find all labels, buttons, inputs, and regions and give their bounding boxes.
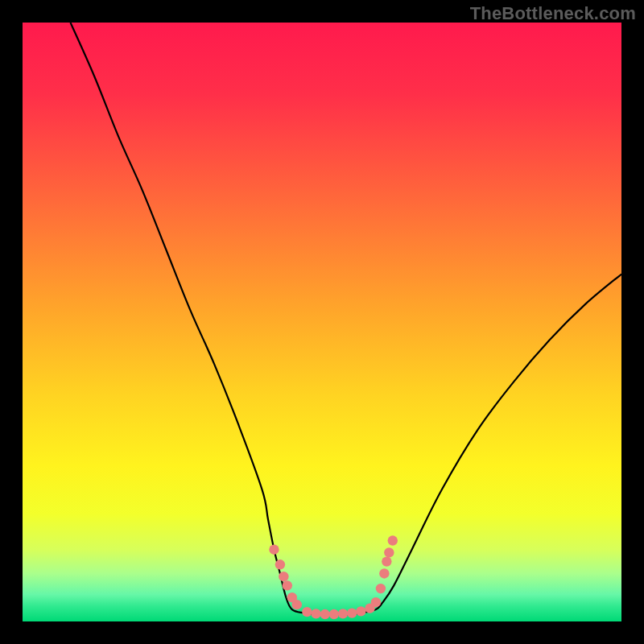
marker-dot [338, 609, 348, 618]
marker-dot [382, 556, 391, 566]
marker-dot [283, 580, 292, 590]
watermark-text: TheBottleneck.com [470, 3, 636, 24]
chart-svg [23, 23, 621, 621]
marker-dot [376, 584, 386, 593]
marker-dot [320, 609, 330, 619]
marker-dot [347, 608, 357, 617]
marker-dot [302, 607, 312, 617]
marker-dot [379, 568, 389, 578]
outer-frame: TheBottleneck.com [0, 0, 644, 644]
marker-dot [311, 609, 320, 618]
marker-dot [275, 559, 285, 569]
marker-dot [292, 600, 302, 609]
marker-dot [371, 597, 381, 607]
marker-dot [329, 609, 339, 619]
marker-dot [356, 606, 365, 616]
marker-dot [279, 572, 288, 581]
gradient-background [23, 23, 621, 621]
marker-dot [269, 545, 279, 555]
marker-dot [388, 535, 398, 545]
plot-area [23, 23, 621, 621]
marker-dot [384, 547, 394, 557]
